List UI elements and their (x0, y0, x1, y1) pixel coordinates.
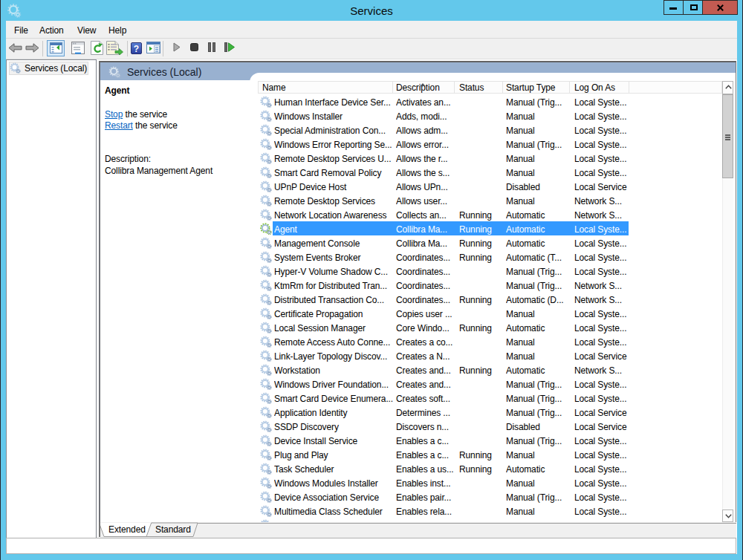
svg-text:?: ? (134, 44, 139, 54)
